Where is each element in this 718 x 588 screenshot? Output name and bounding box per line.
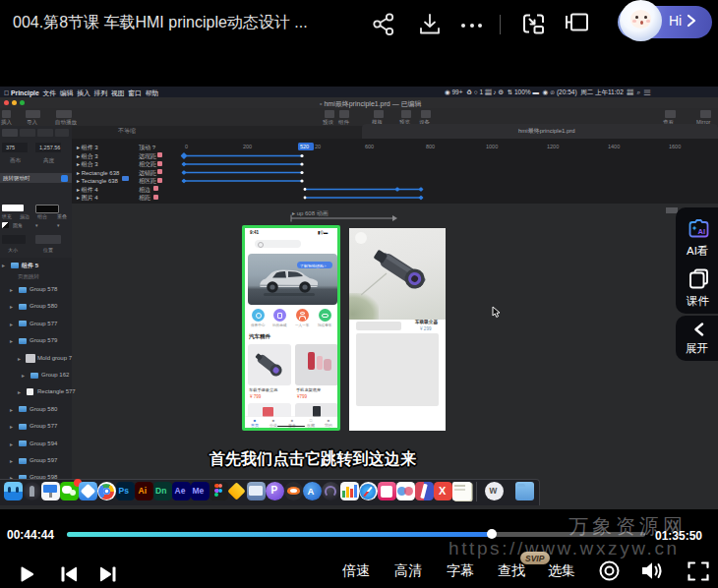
svg-text:AI: AI xyxy=(698,227,706,236)
